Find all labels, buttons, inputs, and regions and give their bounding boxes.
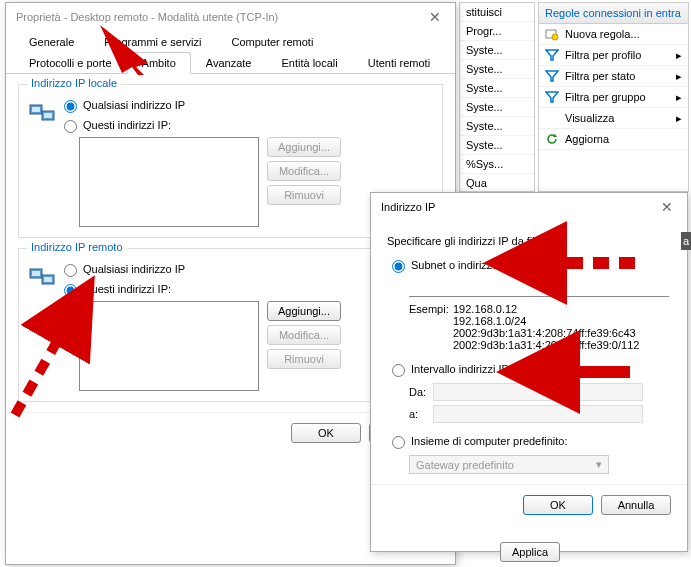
svg-rect-13 (44, 277, 52, 282)
tab-remote-computers[interactable]: Computer remoti (216, 31, 328, 53)
col-a-item[interactable]: Qua (460, 174, 534, 193)
from-label: Da: (409, 386, 433, 398)
subnet-input[interactable] (409, 279, 669, 297)
action-filter-group[interactable]: Filtra per gruppo▸ (539, 87, 688, 108)
cancel-button[interactable]: Annulla (601, 495, 671, 515)
col-a-item[interactable]: %Sys... (460, 155, 534, 174)
filter-icon (545, 69, 559, 83)
col-a-item[interactable]: Syste... (460, 60, 534, 79)
tab-advanced[interactable]: Avanzate (191, 52, 267, 74)
local-these-ip-radio[interactable]: Questi indirizzi IP: (59, 117, 432, 133)
to-label: a: (409, 408, 433, 420)
tab-protocols[interactable]: Protocolli e porte (14, 52, 127, 74)
filter-icon (545, 90, 559, 104)
svg-rect-12 (32, 271, 40, 276)
svg-marker-2 (546, 50, 558, 60)
to-input[interactable] (433, 405, 643, 423)
tab-scope[interactable]: Ambito (127, 52, 191, 74)
action-filter-profile[interactable]: Filtra per profilo▸ (539, 45, 688, 66)
action-filter-state[interactable]: Filtra per stato▸ (539, 66, 688, 87)
remote-ip-title: Indirizzo IP remoto (27, 241, 127, 253)
col-a-item[interactable]: Syste... (460, 136, 534, 155)
blank-icon (545, 111, 559, 125)
col-a-item[interactable]: Syste... (460, 79, 534, 98)
range-radio[interactable]: Intervallo indirizzi IP: (387, 361, 671, 377)
side-handle[interactable]: a (681, 232, 691, 250)
col-b-header: Regole connessioni in entra (539, 3, 688, 24)
new-rule-icon (545, 27, 559, 41)
apply-button[interactable]: Applica (500, 542, 560, 562)
from-input[interactable] (433, 383, 643, 401)
dialog-title-text: Proprietà - Desktop remoto - Modalità ut… (16, 11, 278, 23)
svg-marker-3 (546, 71, 558, 81)
refresh-icon (545, 132, 559, 146)
local-any-ip-radio[interactable]: Qualsiasi indirizzo IP (59, 97, 432, 113)
ip-dialog-footer: OK Annulla (371, 484, 687, 525)
remote-add-button[interactable]: Aggiungi... (267, 301, 341, 321)
local-ip-listbox[interactable] (79, 137, 259, 227)
tab-remote-users[interactable]: Utenti remoti (353, 52, 445, 74)
svg-point-1 (552, 34, 558, 40)
local-remove-button[interactable]: Rimuovi (267, 185, 341, 205)
col-a-item[interactable]: Syste... (460, 98, 534, 117)
close-icon[interactable]: ✕ (425, 9, 445, 25)
col-a-header[interactable]: stituisci (460, 3, 534, 22)
examples-block: Esempi: 192.168.0.12 192.168.1.0/24 2002… (409, 303, 671, 351)
close-icon[interactable]: ✕ (657, 199, 677, 215)
filter-icon (545, 48, 559, 62)
local-ip-title: Indirizzo IP locale (27, 77, 121, 89)
predefined-radio[interactable]: Insieme di computer predefinito: (387, 433, 671, 449)
col-a-item[interactable]: Syste... (460, 117, 534, 136)
local-edit-button[interactable]: Modifica... (267, 161, 341, 181)
action-new-rule[interactable]: Nuova regola... (539, 24, 688, 45)
svg-rect-9 (44, 113, 52, 118)
ip-address-dialog: Indirizzo IP ✕ Specificare gli indirizzi… (370, 192, 688, 552)
tab-general[interactable]: Generale (14, 31, 89, 53)
remote-edit-button[interactable]: Modifica... (267, 325, 341, 345)
column-substitute: stituisci Progr... Syste... Syste... Sys… (459, 2, 535, 192)
col-a-item[interactable]: Syste... (460, 41, 534, 60)
computer-network-icon (29, 267, 57, 291)
remote-remove-button[interactable]: Rimuovi (267, 349, 341, 369)
computer-network-icon (29, 103, 57, 127)
svg-rect-8 (32, 107, 40, 112)
column-rules: Regole connessioni in entra Nuova regola… (538, 2, 689, 192)
svg-marker-4 (546, 92, 558, 102)
ip-dialog-title: Indirizzo IP (381, 201, 435, 213)
remote-ip-listbox[interactable] (79, 301, 259, 391)
tab-local-principals[interactable]: Entità locali (266, 52, 352, 74)
dialog-titlebar: Proprietà - Desktop remoto - Modalità ut… (6, 3, 455, 31)
action-view[interactable]: Visualizza▸ (539, 108, 688, 129)
local-add-button[interactable]: Aggiungi... (267, 137, 341, 157)
predefined-combo[interactable]: Gateway predefinito▾ (409, 455, 609, 474)
action-refresh[interactable]: Aggiorna (539, 129, 688, 150)
ip-dialog-titlebar: Indirizzo IP ✕ (371, 193, 687, 221)
ok-button[interactable]: OK (523, 495, 593, 515)
ok-button[interactable]: OK (291, 423, 361, 443)
tabs: Generale Programmi e servizi Computer re… (6, 31, 455, 74)
subnet-radio[interactable]: Subnet o indirizzo IP: (387, 257, 671, 273)
tab-programs[interactable]: Programmi e servizi (89, 31, 216, 53)
ip-dialog-description: Specificare gli indirizzi IP da filtrare… (387, 235, 671, 247)
col-a-item[interactable]: Progr... (460, 22, 534, 41)
chevron-down-icon: ▾ (596, 458, 602, 471)
